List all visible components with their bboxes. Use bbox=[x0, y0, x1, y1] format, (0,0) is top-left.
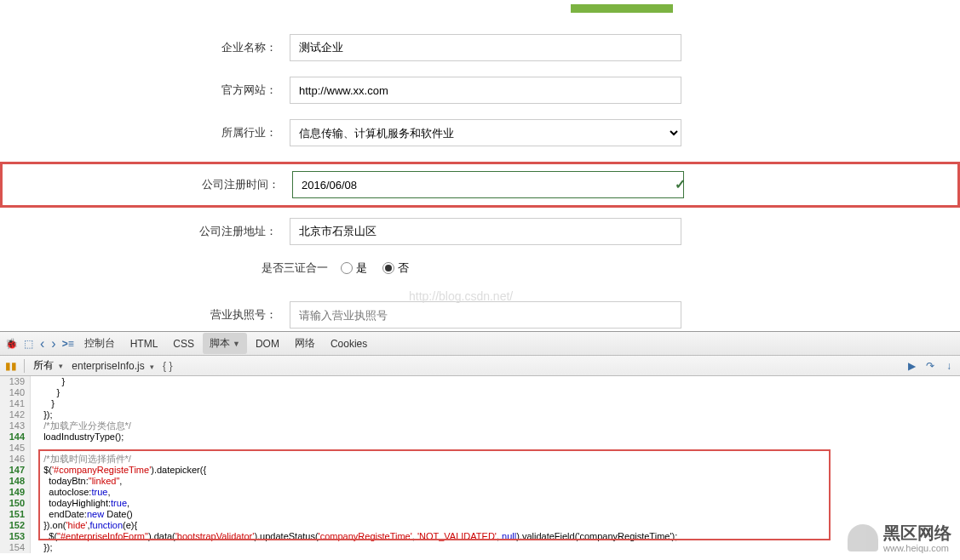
chevron-down-icon: ▼ bbox=[233, 340, 240, 348]
step-over-icon[interactable]: ↷ bbox=[923, 358, 938, 374]
company-name-label: 企业名称： bbox=[0, 40, 290, 55]
devtools-panel: 🐞 ⬚ ‹ › >≡ 控制台 HTML CSS 脚本▼ DOM 网络 Cooki… bbox=[0, 331, 960, 560]
inspector-icon[interactable]: ⬚ bbox=[20, 336, 36, 351]
filter-all[interactable]: 所有 ▾ bbox=[30, 357, 66, 374]
continue-icon[interactable]: ▶ bbox=[904, 358, 919, 374]
pretty-print-icon[interactable]: { } bbox=[159, 360, 175, 372]
green-action-button[interactable] bbox=[571, 4, 673, 13]
site-watermark: 黑区网络 www.heiqu.com bbox=[848, 522, 951, 553]
row-license: 营业执照号： bbox=[0, 301, 960, 329]
devtools-subbar: ▮▮ 所有 ▾ enterpriseInfo.js ▾ { } ▶ ↷ ↓ bbox=[0, 356, 960, 376]
website-input[interactable] bbox=[290, 77, 681, 104]
tab-cookies[interactable]: Cookies bbox=[324, 334, 374, 353]
tab-script[interactable]: 脚本▼ bbox=[203, 333, 247, 354]
industry-select[interactable]: 信息传输、计算机服务和软件业 bbox=[290, 119, 681, 146]
step-into-icon[interactable]: ↓ bbox=[941, 358, 957, 374]
nav-forward-icon[interactable]: › bbox=[49, 336, 58, 351]
website-label: 官方网站： bbox=[0, 83, 290, 98]
script-file-select[interactable]: enterpriseInfo.js ▾ bbox=[72, 360, 154, 372]
tab-css[interactable]: CSS bbox=[166, 334, 201, 353]
reg-time-input[interactable] bbox=[292, 171, 684, 198]
code-editor[interactable]: 139 }140 }141 }142 });143 /*加载产业分类信息*/14… bbox=[0, 376, 960, 560]
row-website: 官方网站： bbox=[0, 77, 960, 104]
reg-addr-label: 公司注册地址： bbox=[0, 224, 290, 239]
row-company-name: 企业名称： bbox=[0, 34, 960, 61]
merge-cert-label: 是否三证合一 bbox=[0, 260, 341, 276]
tab-dom[interactable]: DOM bbox=[249, 334, 286, 353]
check-icon: ✓ bbox=[668, 176, 686, 192]
watermark-title: 黑区网络 bbox=[883, 523, 951, 542]
license-input[interactable] bbox=[290, 301, 681, 329]
tab-html[interactable]: HTML bbox=[124, 334, 165, 353]
watermark-url: http://blog.csdn.net/ bbox=[409, 289, 513, 303]
form-panel: 企业名称： 官方网站： 所属行业： 信息传输、计算机服务和软件业 公司注册时间：… bbox=[0, 0, 960, 331]
pause-icon[interactable]: ▮▮ bbox=[3, 358, 19, 374]
reg-time-label: 公司注册时间： bbox=[3, 177, 292, 192]
company-name-input[interactable] bbox=[290, 34, 681, 61]
radio-no[interactable]: 否 bbox=[382, 260, 409, 276]
license-label: 营业执照号： bbox=[0, 307, 290, 323]
watermark-sub: www.heiqu.com bbox=[883, 543, 951, 553]
nav-back-icon[interactable]: ‹ bbox=[37, 336, 47, 351]
tab-console[interactable]: 控制台 bbox=[78, 333, 122, 354]
firebug-icon[interactable]: 🐞 bbox=[3, 336, 19, 351]
row-reg-addr: 公司注册地址： bbox=[0, 218, 960, 245]
row-reg-time: 公司注册时间： ✓ bbox=[3, 171, 957, 198]
row-merge-cert: 是否三证合一 是 否 bbox=[0, 260, 960, 276]
reg-time-highlight: 公司注册时间： ✓ bbox=[0, 162, 960, 208]
mushroom-icon bbox=[848, 524, 878, 551]
devtools-toolbar: 🐞 ⬚ ‹ › >≡ 控制台 HTML CSS 脚本▼ DOM 网络 Cooki… bbox=[0, 332, 960, 356]
reg-addr-input[interactable] bbox=[290, 218, 681, 245]
row-industry: 所属行业： 信息传输、计算机服务和软件业 bbox=[0, 119, 960, 146]
console-toggle-icon[interactable]: >≡ bbox=[60, 336, 76, 351]
tab-net[interactable]: 网络 bbox=[288, 333, 322, 354]
industry-label: 所属行业： bbox=[0, 125, 290, 140]
radio-yes[interactable]: 是 bbox=[341, 260, 367, 276]
